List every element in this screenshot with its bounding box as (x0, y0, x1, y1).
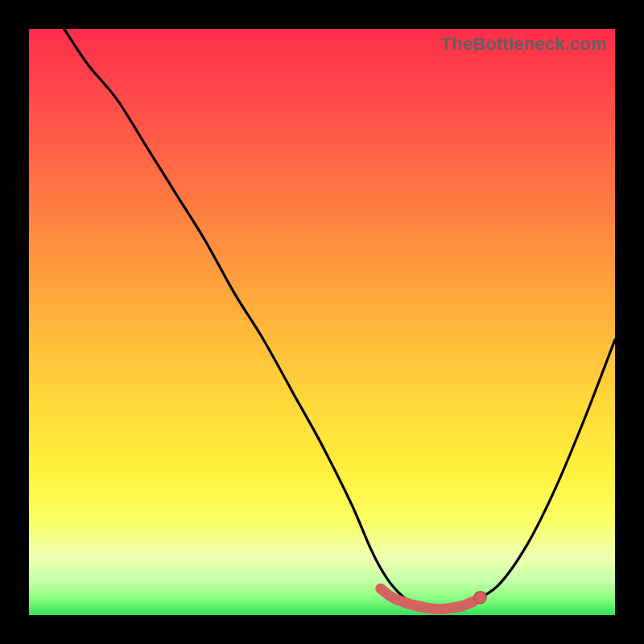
optimal-range-highlight (381, 588, 475, 609)
curve-layer (29, 29, 615, 615)
bottleneck-curve-path (64, 29, 615, 609)
optimal-marker-dot (474, 592, 486, 604)
plot-area: TheBottleneck.com (29, 29, 615, 615)
chart-frame: TheBottleneck.com (0, 0, 644, 644)
